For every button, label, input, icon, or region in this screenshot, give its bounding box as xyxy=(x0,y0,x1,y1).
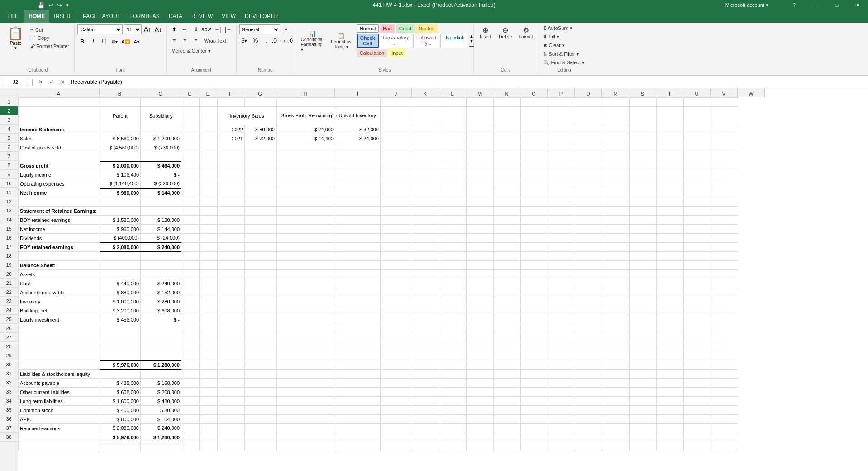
cell-N22[interactable] xyxy=(467,297,494,306)
cell-O3[interactable] xyxy=(494,125,521,134)
cell-L13[interactable] xyxy=(412,216,439,225)
cell-G28[interactable] xyxy=(218,351,245,360)
cell-T18[interactable] xyxy=(630,261,657,270)
cell-E10[interactable] xyxy=(181,188,200,197)
menu-data[interactable]: DATA xyxy=(164,10,187,23)
cell-D4[interactable]: $ 1,200,000 xyxy=(141,134,181,143)
cell-D33[interactable]: $ 480,000 xyxy=(141,397,181,406)
cell-D11[interactable] xyxy=(141,197,181,207)
decrease-decimal-button[interactable]: ←.0 xyxy=(283,36,293,46)
cell-D18[interactable] xyxy=(141,261,181,270)
cell-M30[interactable] xyxy=(439,370,467,379)
cell-R9[interactable] xyxy=(575,179,602,188)
cell-N4[interactable] xyxy=(467,134,494,143)
cell-J26[interactable] xyxy=(335,333,381,342)
cell-W38[interactable] xyxy=(711,442,738,451)
cell-M9[interactable] xyxy=(439,179,467,188)
cell-U14[interactable] xyxy=(657,225,684,234)
cell-E26[interactable] xyxy=(181,333,200,342)
cell-V20[interactable] xyxy=(684,279,711,288)
normal-style[interactable]: Normal xyxy=(357,24,379,33)
cell-W7[interactable] xyxy=(711,161,738,170)
cell-W8[interactable] xyxy=(711,170,738,179)
cell-H29[interactable] xyxy=(245,360,277,370)
cell-N10[interactable] xyxy=(467,188,494,197)
cell-C10[interactable]: $ 960,000 xyxy=(100,188,141,197)
cell-U37[interactable] xyxy=(657,433,684,442)
account-button[interactable]: Microsoft account ▾ xyxy=(725,2,768,8)
cell-R5[interactable] xyxy=(575,143,602,152)
cell-M20[interactable] xyxy=(439,279,467,288)
cell-K3[interactable] xyxy=(381,125,412,134)
cell-U38[interactable] xyxy=(657,442,684,451)
cell-J16[interactable] xyxy=(335,243,381,252)
cell-J5[interactable] xyxy=(335,143,381,152)
row-num-37[interactable]: 37 xyxy=(0,423,18,433)
cell-N8[interactable] xyxy=(467,170,494,179)
cell-D8[interactable]: $ - xyxy=(141,170,181,179)
cell-I25[interactable] xyxy=(277,324,335,333)
cell-E37[interactable] xyxy=(181,433,200,442)
cell-D15[interactable]: $ (24,000) xyxy=(141,234,181,243)
cell-L21[interactable] xyxy=(412,288,439,297)
col-header-m[interactable]: M xyxy=(466,88,493,97)
cell-B24[interactable]: Equity investment xyxy=(19,315,100,324)
cell-O2[interactable] xyxy=(494,107,521,125)
cell-N3[interactable] xyxy=(467,125,494,134)
cell-G15[interactable] xyxy=(218,234,245,243)
cell-D25[interactable] xyxy=(141,324,181,333)
cell-C30[interactable] xyxy=(100,370,141,379)
row-num-35[interactable]: 35 xyxy=(0,405,18,414)
orientation-button[interactable]: ab↗ xyxy=(202,24,212,34)
undo-icon[interactable]: ↩ xyxy=(47,2,55,9)
cell-W36[interactable] xyxy=(711,424,738,433)
cell-I21[interactable] xyxy=(277,288,335,297)
cell-D35[interactable]: $ 104,000 xyxy=(141,415,181,424)
underline-button[interactable]: U xyxy=(99,37,109,47)
cell-Q31[interactable] xyxy=(548,379,575,388)
cell-C5[interactable]: $ (4,560,000) xyxy=(100,143,141,152)
cell-P30[interactable] xyxy=(521,370,548,379)
cell-R33[interactable] xyxy=(575,397,602,406)
cell-T10[interactable] xyxy=(630,188,657,197)
cell-S3[interactable] xyxy=(602,125,630,134)
cell-V32[interactable] xyxy=(684,388,711,397)
cell-K13[interactable] xyxy=(381,216,412,225)
cell-Q20[interactable] xyxy=(548,279,575,288)
cell-K10[interactable] xyxy=(381,188,412,197)
cell-R13[interactable] xyxy=(575,216,602,225)
cell-P37[interactable] xyxy=(521,433,548,442)
row-num-18[interactable]: 18 xyxy=(0,251,18,260)
cell-P20[interactable] xyxy=(521,279,548,288)
col-header-b[interactable]: B xyxy=(100,88,140,97)
cell-L35[interactable] xyxy=(412,415,439,424)
accounting-format-button[interactable]: $▾ xyxy=(239,36,249,46)
cell-N2[interactable] xyxy=(467,107,494,125)
cell-W3[interactable] xyxy=(711,125,738,134)
menu-file[interactable]: FILE xyxy=(2,10,24,23)
cell-K11[interactable] xyxy=(381,197,412,207)
cell-T36[interactable] xyxy=(630,424,657,433)
cell-H9[interactable] xyxy=(245,179,277,188)
cell-C20[interactable]: $ 440,000 xyxy=(100,279,141,288)
cell-E7[interactable] xyxy=(181,161,200,170)
cell-U34[interactable] xyxy=(657,406,684,415)
cell-N7[interactable] xyxy=(467,161,494,170)
row-num-38[interactable]: 38 xyxy=(0,433,18,442)
cell-D36[interactable]: $ 240,000 xyxy=(141,424,181,433)
cell-M37[interactable] xyxy=(439,433,467,442)
row-num-31[interactable]: 31 xyxy=(0,369,18,378)
cell-M38[interactable] xyxy=(439,442,467,451)
cell-C24[interactable]: $ 456,000 xyxy=(100,315,141,324)
cell-B18[interactable]: Balance Sheet: xyxy=(19,261,100,270)
neutral-style[interactable]: Neutral xyxy=(415,24,438,33)
cell-K38[interactable] xyxy=(381,442,412,451)
cell-K30[interactable] xyxy=(381,370,412,379)
cell-R25[interactable] xyxy=(575,324,602,333)
cell-S1[interactable] xyxy=(602,98,630,107)
row-num-16[interactable]: 16 xyxy=(0,233,18,242)
cell-I14[interactable] xyxy=(277,225,335,234)
cell-U25[interactable] xyxy=(657,324,684,333)
cell-J29[interactable] xyxy=(335,360,381,370)
cell-M6[interactable] xyxy=(439,152,467,161)
